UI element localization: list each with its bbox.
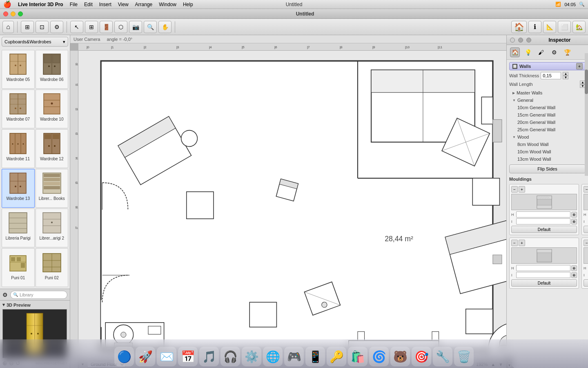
item-wardrobe10[interactable]: Wardrobe 10: [36, 90, 69, 128]
moulding-4-minus[interactable]: −: [584, 240, 588, 246]
menu-search-icon[interactable]: 🔍: [579, 2, 585, 7]
toolbar-house-btn[interactable]: 🏡: [572, 21, 586, 33]
moulding-1-minus[interactable]: −: [511, 186, 518, 193]
wall-15cm-general[interactable]: 15cm General Wall: [509, 111, 586, 119]
wall-8cm-wood[interactable]: 8cm Wood Wall: [509, 141, 586, 148]
preview-arrow[interactable]: ▾: [2, 302, 5, 307]
dock-settings[interactable]: ⚙️: [242, 347, 261, 366]
moulding-2-minus[interactable]: −: [584, 186, 588, 193]
minimize-button[interactable]: [11, 11, 16, 16]
menu-edit[interactable]: Edit: [84, 2, 93, 7]
inspector-dot1[interactable]: [510, 38, 515, 43]
item-wardrobe06[interactable]: Wardrobe 06: [36, 50, 69, 89]
toolbar-door-btn[interactable]: 🚪: [100, 21, 113, 33]
dock-app9[interactable]: 🔧: [433, 347, 452, 366]
wall-13cm-wood[interactable]: 13cm Wood Wall: [509, 155, 586, 163]
settings-tab-icon[interactable]: 🏆: [562, 47, 572, 57]
walls-section-header[interactable]: 🔲 Walls +: [509, 62, 586, 70]
menu-arrange[interactable]: Arrange: [135, 2, 153, 7]
dock-launchpad[interactable]: 🚀: [136, 347, 155, 366]
close-button[interactable]: [3, 11, 8, 16]
dock-mail[interactable]: ✉️: [157, 347, 176, 366]
item-wardrobe05[interactable]: Wardrobe 05: [2, 50, 35, 89]
lighting-tab-icon[interactable]: 💡: [523, 47, 533, 57]
menu-window[interactable]: Window: [159, 2, 176, 7]
dock-app8[interactable]: 🎯: [412, 347, 431, 366]
toolbar-pan-btn[interactable]: ✋: [158, 21, 172, 33]
item-wardrobe11[interactable]: Wardrobe 11: [2, 129, 35, 168]
menu-view[interactable]: View: [118, 2, 129, 7]
wall-thickness-stepper[interactable]: ▲ ▼: [563, 72, 568, 79]
toolbar-zoom-btn[interactable]: 🔍: [144, 21, 157, 33]
moulding-3-h-input[interactable]: [516, 265, 570, 271]
moulding-3-h-icon[interactable]: ⊕: [571, 265, 577, 271]
moulding-3-plus[interactable]: +: [519, 240, 525, 246]
toolbar-shape-btn[interactable]: ⬡: [114, 21, 127, 33]
dock-app5[interactable]: 🛍️: [348, 347, 368, 366]
wall-10cm-wood[interactable]: 10cm Wood Wall: [509, 148, 586, 155]
dock-itunes[interactable]: 🎵: [199, 347, 219, 366]
item-librebooks[interactable]: Librer... Books: [36, 169, 69, 208]
apple-menu[interactable]: 🍎: [3, 0, 11, 8]
properties-tab-icon[interactable]: ⚙: [549, 47, 559, 57]
wall-thickness-down[interactable]: ▼: [563, 76, 568, 79]
moulding-2-default-btn[interactable]: Default: [584, 226, 588, 233]
menu-help[interactable]: Help: [183, 2, 193, 7]
toolbar-info-btn[interactable]: ℹ: [528, 21, 541, 33]
dock-app6[interactable]: 🌀: [369, 347, 389, 366]
toolbar-grid-btn[interactable]: ⊞: [21, 21, 34, 33]
item-libreparigi[interactable]: Libreria Parigi: [2, 209, 35, 247]
settings-icon[interactable]: ⚙: [2, 292, 8, 298]
dock-app7[interactable]: 🐻: [390, 347, 410, 366]
toolbar-settings-btn[interactable]: ⚙: [50, 21, 63, 33]
dock-trash[interactable]: 🗑️: [454, 347, 474, 366]
moulding-4-default-btn[interactable]: Default: [584, 279, 588, 287]
paint-tab-icon[interactable]: 🖌: [536, 47, 546, 57]
search-bar[interactable]: 🔍 Library: [10, 291, 67, 299]
wall-thickness-up[interactable]: ▲: [563, 72, 568, 76]
dock-finder[interactable]: 🔵: [114, 347, 134, 366]
moulding-1-i-input[interactable]: [516, 218, 570, 224]
wall-thickness-input[interactable]: [541, 72, 561, 79]
moulding-1-i-icon[interactable]: ⊕: [571, 219, 577, 224]
wood-section-item[interactable]: ▼ Wood: [509, 133, 586, 141]
canvas-area[interactable]: |0 |1 |2 |3 |4 |5 |6 |7 |8 |9 |10 |11: [70, 43, 506, 368]
dock-app4[interactable]: 🔑: [327, 347, 346, 366]
dock-calendar[interactable]: 📅: [178, 347, 198, 366]
moulding-1-default-btn[interactable]: Default: [511, 226, 577, 233]
moulding-3-default-btn[interactable]: Default: [511, 279, 577, 287]
master-walls-item[interactable]: ▶ Master Walls: [509, 89, 586, 96]
materials-tab-icon[interactable]: 🏠: [510, 47, 520, 57]
inspector-dot3[interactable]: [526, 38, 531, 43]
inspector-dot2[interactable]: [518, 38, 523, 43]
menu-app[interactable]: Live Interior 3D Pro: [18, 2, 63, 7]
moulding-3-i-input[interactable]: [516, 272, 570, 278]
moulding-3-i-icon[interactable]: ⊕: [571, 272, 577, 278]
toolbar-camera-btn[interactable]: 📷: [129, 21, 142, 33]
wall-10cm-general[interactable]: 10cm General Wall: [509, 104, 586, 111]
wall-20cm-general[interactable]: 20cm General Wall: [509, 119, 586, 126]
walls-expand-btn[interactable]: +: [576, 63, 583, 70]
moulding-1-plus[interactable]: +: [519, 186, 525, 193]
flip-sides-button[interactable]: Flip Sides: [509, 164, 586, 173]
floorplan[interactable]: 28,44 m²: [78, 51, 506, 360]
item-puni02[interactable]: Puni 02: [36, 248, 69, 287]
item-puni01[interactable]: Puni 01: [2, 248, 35, 287]
moulding-3-minus[interactable]: −: [511, 240, 518, 246]
toolbar-3d-btn[interactable]: 🏠: [511, 21, 527, 33]
menu-insert[interactable]: Insert: [99, 2, 111, 7]
toolbar-box-btn[interactable]: ⊡: [36, 21, 49, 33]
dock-app2[interactable]: 🎮: [284, 347, 304, 366]
general-section-item[interactable]: ▼ General: [509, 96, 586, 104]
item-wardrobe07[interactable]: Wardrobe 07: [2, 90, 35, 128]
category-dropdown[interactable]: Cupboards&Wardrobes ▾: [2, 37, 68, 47]
item-wardrobe13[interactable]: Wardrobe 13: [2, 169, 35, 208]
toolbar-view-btn[interactable]: ⬜: [558, 21, 571, 33]
item-wardrobe12[interactable]: Wardrobe 12: [36, 129, 69, 168]
wall-25cm-general[interactable]: 25cm General Wall: [509, 126, 586, 133]
moulding-1-h-icon[interactable]: ⊕: [571, 212, 577, 218]
dock-spotify[interactable]: 🎧: [220, 347, 240, 366]
toolbar-home-btn[interactable]: ⌂: [2, 21, 14, 33]
dock-app1[interactable]: 🌐: [263, 347, 283, 366]
moulding-1-h-input[interactable]: [516, 211, 570, 218]
